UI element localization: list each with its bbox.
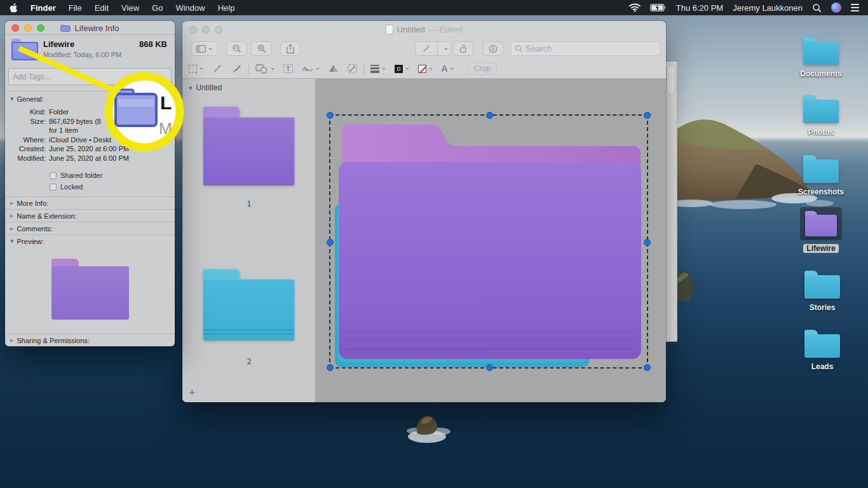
menu-file[interactable]: File	[62, 3, 88, 13]
menu-help[interactable]: Help	[212, 3, 241, 13]
search-field[interactable]	[510, 41, 661, 56]
crop-button[interactable]: Crop	[468, 62, 497, 75]
section-preview[interactable]: Preview:	[5, 234, 175, 247]
menu-view[interactable]: View	[115, 3, 146, 13]
toolbar-divider	[248, 63, 249, 74]
rotate-left-icon	[459, 44, 468, 53]
magic-wand-icon	[212, 64, 222, 74]
view-menu-button[interactable]	[191, 41, 218, 56]
wallpaper-rock	[394, 410, 464, 448]
share-button[interactable]	[280, 41, 301, 56]
selection-rectangle[interactable]	[329, 114, 648, 369]
locked-checkbox[interactable]	[50, 184, 57, 191]
background-window-edge	[665, 61, 677, 342]
adjust-color-icon	[329, 64, 339, 73]
menu-edit[interactable]: Edit	[88, 3, 115, 13]
selection-handle-nw[interactable]	[327, 112, 334, 119]
selection-handle-w[interactable]	[327, 239, 334, 246]
desktop-icon-photos[interactable]: Photos	[798, 95, 844, 137]
line-style-icon	[370, 65, 379, 73]
selection-tool-icon	[189, 65, 197, 73]
adjust-color-button[interactable]	[329, 62, 339, 76]
search-input[interactable]	[526, 44, 640, 53]
zoom-out-button[interactable]	[226, 41, 247, 56]
info-titlebar[interactable]: Lifewire Info	[5, 21, 175, 35]
battery-status[interactable]	[650, 4, 667, 11]
text-style-button[interactable]: A	[442, 62, 454, 76]
shapes-tool-button[interactable]	[255, 62, 275, 76]
spotlight-button[interactable]	[812, 3, 822, 13]
preview-titlebar[interactable]: Untitled — Edited	[182, 21, 666, 38]
notification-center-button[interactable]	[851, 4, 859, 11]
title-text: Untitled	[397, 25, 425, 34]
folder-icon-large	[11, 39, 38, 60]
selection-handle-e[interactable]	[644, 239, 651, 246]
annotate-pen-button[interactable]	[415, 41, 438, 56]
menu-finder[interactable]: Finder	[24, 3, 62, 13]
section-comments[interactable]: Comments:	[5, 222, 175, 234]
section-name-extension[interactable]: Name & Extension:	[5, 209, 175, 222]
search-icon	[812, 3, 822, 13]
preview-section-image	[5, 247, 175, 334]
tags-field[interactable]	[8, 68, 172, 85]
general-section-header[interactable]: General:	[10, 95, 170, 103]
text-box-icon: T	[283, 64, 293, 73]
shared-folder-checkbox[interactable]	[50, 172, 57, 179]
instant-alpha-button[interactable]	[212, 62, 222, 76]
folder-image	[203, 269, 294, 341]
desktop-icon-screenshots[interactable]: Screenshots	[798, 155, 844, 196]
preview-window: Untitled — Edited	[182, 21, 666, 402]
line-style-button[interactable]	[370, 62, 386, 76]
siri-button[interactable]	[831, 3, 841, 13]
user-menu[interactable]: Jeremy Laukkonen	[733, 3, 803, 13]
markup-pen-group	[415, 41, 452, 56]
folder-icon	[803, 155, 839, 183]
menu-go[interactable]: Go	[146, 3, 169, 13]
selection-handle-sw[interactable]	[327, 364, 334, 371]
clock[interactable]: Thu 6:20 PM	[676, 3, 723, 13]
annotate-pen-dropdown[interactable]	[438, 41, 452, 56]
selection-tool-button[interactable]	[189, 62, 203, 76]
zoom-in-button[interactable]	[251, 41, 272, 56]
section-more-info[interactable]: More Info:	[5, 196, 175, 209]
adjust-size-button[interactable]	[348, 62, 357, 76]
desktop-icon-leads[interactable]: Leads	[799, 330, 845, 371]
page-thumbnail-1[interactable]	[203, 107, 294, 186]
apple-menu[interactable]	[0, 3, 24, 13]
sidebar-header-label: Untitled	[196, 83, 222, 92]
preview-canvas[interactable]	[316, 79, 666, 402]
window-title: Untitled — Edited	[182, 21, 666, 38]
selection-handle-s[interactable]	[486, 364, 493, 371]
desktop-icon-documents[interactable]: Documents	[798, 37, 844, 78]
wifi-status[interactable]	[629, 3, 641, 12]
sign-tool-button[interactable]	[302, 62, 320, 76]
sketch-tool-button[interactable]	[231, 62, 242, 76]
rotate-left-button[interactable]	[453, 41, 473, 56]
show-markup-toolbar-button[interactable]	[483, 41, 503, 56]
item-modified: Modified: Today, 6:00 PM	[43, 51, 121, 58]
desktop-icon-lifewire[interactable]: Lifewire	[798, 207, 844, 253]
fill-color-button[interactable]	[418, 62, 433, 76]
section-sharing-permissions[interactable]: Sharing & Permissions:	[5, 334, 175, 346]
selection-handle-se[interactable]	[644, 364, 651, 371]
disclosure-triangle-icon	[10, 212, 14, 220]
selection-handle-n[interactable]	[486, 112, 493, 119]
sidebar-section-header[interactable]: Untitled	[189, 83, 222, 92]
folder-icon	[60, 24, 71, 32]
disclosure-triangle-icon	[10, 224, 14, 233]
disclosure-triangle-icon	[189, 83, 193, 92]
text-tool-button[interactable]: T	[283, 62, 293, 76]
border-color-button[interactable]	[395, 62, 409, 76]
page-thumbnail-2[interactable]	[203, 269, 294, 341]
general-checkboxes: Shared folder Locked	[50, 170, 170, 193]
desktop-icon-stories[interactable]: Stories	[799, 271, 845, 312]
selection-handle-ne[interactable]	[644, 112, 651, 119]
battery-charging-icon	[650, 4, 667, 11]
add-page-button[interactable]: +	[189, 388, 196, 397]
tags-input[interactable]	[9, 69, 171, 85]
shared-folder-row: Shared folder	[50, 170, 170, 181]
menu-window[interactable]: Window	[169, 3, 211, 13]
disclosure-triangle-icon	[10, 199, 14, 207]
disclosure-triangle-icon	[10, 336, 14, 344]
folder-image	[203, 107, 294, 186]
